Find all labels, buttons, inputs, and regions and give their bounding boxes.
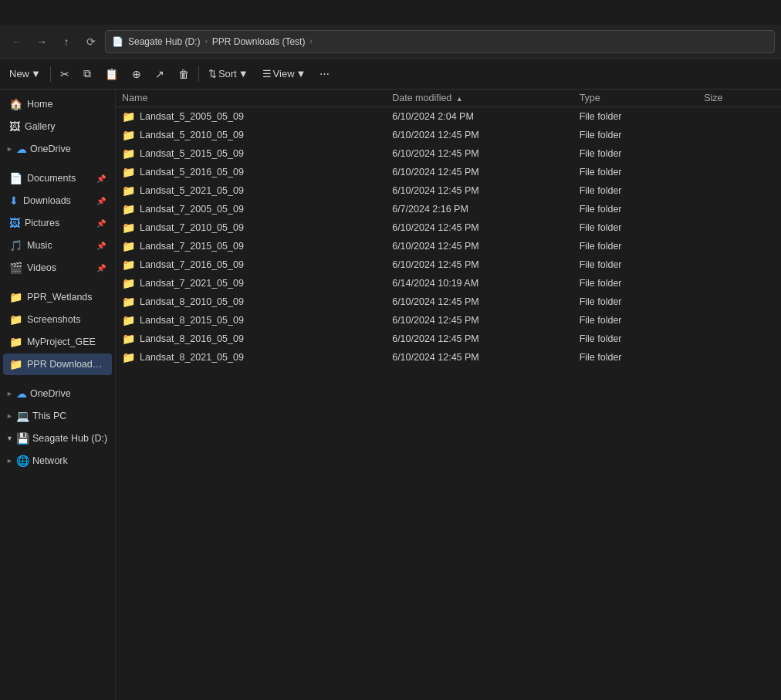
file-type-cell: File folder xyxy=(573,181,698,200)
documents-pin-icon: 📌 xyxy=(96,174,106,183)
table-row[interactable]: 📁Landsat_8_2016_05_096/10/2024 12:45 PMF… xyxy=(116,330,781,348)
col-header-size[interactable]: Size xyxy=(698,90,781,107)
copy-button[interactable]: ⧉ xyxy=(77,63,97,86)
sidebar-spacer3 xyxy=(0,376,115,382)
table-row[interactable]: 📁Landsat_7_2015_05_096/10/2024 12:45 PMF… xyxy=(116,237,781,255)
table-row[interactable]: 📁Landsat_5_2010_05_096/10/2024 12:45 PMF… xyxy=(116,126,781,144)
sidebar-item-home[interactable]: 🏠 Home xyxy=(3,93,112,115)
new-button[interactable]: New ▼ xyxy=(3,63,47,86)
file-date-cell: 6/10/2024 12:45 PM xyxy=(386,163,573,181)
table-row[interactable]: 📁Landsat_8_2021_05_096/10/2024 12:45 PMF… xyxy=(116,348,781,367)
table-row[interactable]: 📁Landsat_5_2005_05_096/10/2024 2:04 PMFi… xyxy=(116,107,781,126)
file-date-cell: 6/10/2024 12:45 PM xyxy=(386,348,573,367)
cut-icon: ✂ xyxy=(60,68,69,80)
back-button[interactable]: ← xyxy=(6,31,28,52)
sidebar-item-ppr-downloads[interactable]: 📁 PPR Downloads (Te xyxy=(3,353,112,375)
table-row[interactable]: 📁Landsat_7_2016_05_096/10/2024 12:45 PMF… xyxy=(116,255,781,274)
music-icon: 🎵 xyxy=(9,239,22,252)
col-header-date[interactable]: Date modified ▲ xyxy=(386,90,573,107)
title-bar xyxy=(0,0,781,25)
up-button[interactable]: ↑ xyxy=(56,31,77,52)
paste-button[interactable]: 📋 xyxy=(99,63,124,86)
toolbar: New ▼ ✂ ⧉ 📋 ⊕ ↗ 🗑 ⇅ Sort ▼ ☰ View ▼ ⋯ xyxy=(0,59,781,90)
table-row[interactable]: 📁Landsat_7_2010_05_096/10/2024 12:45 PMF… xyxy=(116,218,781,237)
sidebar-downloads-label: Downloads xyxy=(23,195,92,206)
myproject-gee-icon: 📁 xyxy=(9,336,22,348)
sidebar-myproject-gee-label: MyProject_GEE xyxy=(27,336,106,347)
sidebar-item-onedrive[interactable]: ► ☁ OneDrive xyxy=(3,138,112,160)
onedrive-chevron-icon: ► xyxy=(6,145,13,153)
sidebar-item-screenshots[interactable]: 📁 Screenshots xyxy=(3,309,112,330)
sidebar-item-gallery[interactable]: 🖼 Gallery xyxy=(3,116,112,137)
thispc-icon: 💻 xyxy=(16,410,29,422)
date-sort-arrow: ▲ xyxy=(456,95,463,103)
copy-icon: ⧉ xyxy=(83,67,91,80)
delete-icon: 🗑 xyxy=(178,68,189,80)
folder-icon: 📁 xyxy=(122,351,135,364)
cut-button[interactable]: ✂ xyxy=(54,63,76,86)
table-header-row: Name Date modified ▲ Type Size xyxy=(116,90,781,107)
table-row[interactable]: 📁Landsat_5_2021_05_096/10/2024 12:45 PMF… xyxy=(116,181,781,200)
table-row[interactable]: 📁Landsat_5_2016_05_096/10/2024 12:45 PMF… xyxy=(116,163,781,181)
sidebar-item-thispc[interactable]: ► 💻 This PC xyxy=(3,405,112,427)
thispc-chevron-icon: ► xyxy=(6,412,13,420)
sidebar-network-label: Network xyxy=(32,455,109,466)
file-date-cell: 6/10/2024 12:45 PM xyxy=(386,311,573,330)
music-pin-icon: 📌 xyxy=(96,242,106,250)
file-date-cell: 6/10/2024 12:45 PM xyxy=(386,144,573,163)
copy2-icon: ⊕ xyxy=(132,68,141,80)
file-date-cell: 6/10/2024 2:04 PM xyxy=(386,107,573,126)
more-button[interactable]: ⋯ xyxy=(313,63,336,86)
table-row[interactable]: 📁Landsat_8_2015_05_096/10/2024 12:45 PMF… xyxy=(116,311,781,330)
seagate-chevron-icon: ▼ xyxy=(6,435,13,442)
delete-button[interactable]: 🗑 xyxy=(172,63,195,86)
path-segment-ppr[interactable]: PPR Downloads (Test) xyxy=(212,36,306,47)
sidebar-videos-label: Videos xyxy=(27,262,92,273)
file-date-cell: 6/10/2024 12:45 PM xyxy=(386,330,573,348)
folder-icon: 📁 xyxy=(122,110,135,123)
table-row[interactable]: 📁Landsat_8_2010_05_096/10/2024 12:45 PMF… xyxy=(116,293,781,311)
sidebar-item-seagate[interactable]: ▼ 💾 Seagate Hub (D:) xyxy=(3,428,112,449)
folder-icon: 📁 xyxy=(122,147,135,160)
folder-icon: 📁 xyxy=(122,277,135,289)
share-button[interactable]: ↗ xyxy=(149,63,171,86)
path-chevron-1: › xyxy=(205,37,207,46)
table-row[interactable]: 📁Landsat_7_2021_05_096/14/2024 10:19 AMF… xyxy=(116,274,781,293)
onedrive-icon: ☁ xyxy=(16,143,27,155)
sidebar-item-downloads[interactable]: ⬇ Downloads 📌 xyxy=(3,190,112,211)
sidebar-item-ppr-wetlands[interactable]: 📁 PPR_Wetlands xyxy=(3,286,112,308)
sidebar-item-myproject-gee[interactable]: 📁 MyProject_GEE xyxy=(3,331,112,353)
folder-icon: 📁 xyxy=(122,129,135,141)
view-icon: ☰ xyxy=(262,68,272,79)
toolbar-divider-2 xyxy=(198,66,199,82)
copy2-button[interactable]: ⊕ xyxy=(126,63,147,86)
new-label: New xyxy=(9,68,29,79)
sidebar-item-onedrive2[interactable]: ► ☁ OneDrive xyxy=(3,383,112,404)
file-size-cell xyxy=(698,126,781,144)
sidebar-spacer2 xyxy=(0,279,115,286)
col-header-name[interactable]: Name xyxy=(116,90,386,107)
table-row[interactable]: 📁Landsat_5_2015_05_096/10/2024 12:45 PMF… xyxy=(116,144,781,163)
sidebar-item-pictures[interactable]: 🖼 Pictures 📌 xyxy=(3,212,112,234)
view-button[interactable]: ☰ View ▼ xyxy=(256,63,313,86)
sidebar-gallery-label: Gallery xyxy=(25,121,106,132)
path-segment-seagate[interactable]: Seagate Hub (D:) xyxy=(128,36,200,47)
sidebar-item-music[interactable]: 🎵 Music 📌 xyxy=(3,235,112,256)
file-date-cell: 6/7/2024 2:16 PM xyxy=(386,200,573,218)
sort-button[interactable]: ⇅ Sort ▼ xyxy=(202,63,255,86)
file-name-cell: 📁Landsat_7_2016_05_09 xyxy=(116,255,386,274)
file-size-cell xyxy=(698,200,781,218)
sidebar-item-network[interactable]: ► 🌐 Network xyxy=(3,450,112,472)
folder-icon: 📁 xyxy=(122,240,135,252)
file-type-cell: File folder xyxy=(573,348,698,367)
file-date-cell: 6/10/2024 12:45 PM xyxy=(386,293,573,311)
file-type-cell: File folder xyxy=(573,163,698,181)
table-row[interactable]: 📁Landsat_7_2005_05_096/7/2024 2:16 PMFil… xyxy=(116,200,781,218)
refresh-button[interactable]: ⟳ xyxy=(80,31,102,52)
file-type-cell: File folder xyxy=(573,144,698,163)
address-path[interactable]: 📄 Seagate Hub (D:) › PPR Downloads (Test… xyxy=(105,30,775,53)
forward-button[interactable]: → xyxy=(31,31,52,52)
sidebar-item-videos[interactable]: 🎬 Videos 📌 xyxy=(3,257,112,279)
col-header-type[interactable]: Type xyxy=(573,90,698,107)
sidebar-item-documents[interactable]: 📄 Documents 📌 xyxy=(3,167,112,189)
